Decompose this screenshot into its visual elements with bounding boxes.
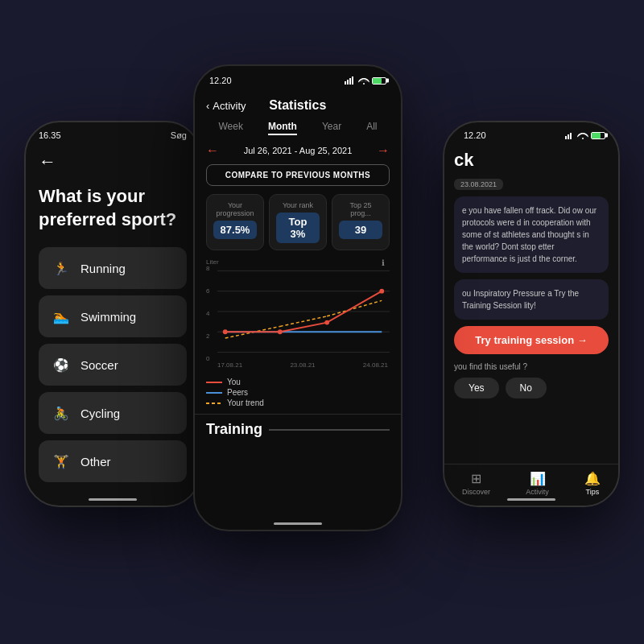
x-label-3: 24.08.21 [363, 361, 388, 369]
back-chevron-icon: ‹ [206, 100, 209, 112]
discover-icon: ⊞ [471, 471, 481, 486]
trend-line-icon [206, 402, 222, 404]
stat-rank: Your rank Top 3% [269, 194, 327, 250]
y-2: 2 [206, 332, 209, 340]
compare-button[interactable]: COMPARE TO PREVIOUS MONTHS [206, 164, 390, 186]
other-icon: 🏋️ [50, 450, 72, 473]
top25-label: Top 25 prog... [339, 201, 382, 217]
left-network: Søg [171, 130, 187, 140]
back-label: Activity [213, 100, 246, 112]
sport-soccer[interactable]: ⚽ Soccer [39, 344, 187, 386]
legend-you: You [206, 378, 390, 386]
center-phone: 12.20 ‹ Activity Statistics Week Month Y… [193, 64, 402, 531]
discover-label: Discover [462, 488, 490, 496]
signal-icons [345, 76, 386, 85]
useful-text: you find this useful ? [454, 362, 609, 371]
tab-year[interactable]: Year [322, 119, 341, 135]
training-label: Training [206, 421, 262, 438]
svg-rect-19 [568, 134, 569, 139]
sport-swimming[interactable]: 🏊 Swimming [39, 295, 187, 337]
legend-peers: Peers [206, 388, 390, 397]
you-label: You [227, 378, 241, 386]
tab-week[interactable]: Week [218, 119, 242, 135]
trend-label: Your trend [227, 398, 264, 407]
svg-rect-1 [347, 80, 349, 85]
home-indicator-center [274, 522, 322, 525]
right-phone: 12.20 ck 23.08.2021 e you have fallen of… [443, 121, 620, 507]
stat-progression: Your progression 87.5% [206, 194, 264, 250]
right-time: 12.20 [464, 130, 486, 140]
left-status-bar: 16.35 Søg [26, 122, 200, 143]
progression-label: Your progression [213, 201, 257, 217]
sport-running[interactable]: 🏃 Running [39, 247, 187, 289]
try-training-button[interactable]: Try training session → [454, 326, 609, 354]
message-2-text: ou Inspiratory Pressure a Try the Traini… [462, 289, 579, 310]
no-button[interactable]: No [506, 378, 547, 398]
progression-value: 87.5% [213, 221, 257, 239]
center-time: 12.20 [209, 76, 232, 85]
y-6: 6 [206, 287, 209, 295]
notch [270, 79, 326, 93]
top25-value: 39 [339, 221, 382, 239]
other-label: Other [80, 455, 111, 469]
training-bar: Training [195, 414, 401, 444]
yes-button[interactable]: Yes [454, 378, 499, 398]
cycling-label: Cycling [80, 407, 120, 420]
tab-month[interactable]: Month [268, 119, 297, 135]
sport-cycling[interactable]: 🚴 Cycling [39, 392, 187, 434]
svg-line-13 [327, 300, 382, 316]
prev-arrow-icon[interactable]: ← [206, 143, 219, 158]
rank-value: Top 3% [276, 213, 320, 243]
y-4: 4 [206, 310, 209, 317]
battery-icon [372, 77, 386, 85]
info-icon[interactable]: ℹ [382, 258, 385, 267]
x-label-1: 17.08.21 [217, 361, 242, 369]
peers-line-icon [206, 392, 222, 394]
statistics-title: Statistics [269, 98, 326, 113]
svg-rect-18 [565, 136, 567, 139]
home-indicator-right [507, 498, 555, 501]
swimming-label: Swimming [80, 310, 136, 324]
date-range: Jul 26, 2021 - Aug 25, 2021 [244, 146, 353, 155]
center-back-button[interactable]: ‹ Activity [206, 100, 246, 112]
activity-label: Activity [526, 488, 549, 496]
legend-trend: Your trend [206, 398, 390, 407]
x-label-2: 23.08.21 [290, 361, 315, 369]
you-line-icon [206, 382, 222, 383]
svg-point-17 [379, 289, 384, 294]
svg-point-14 [223, 329, 228, 334]
svg-line-12 [280, 316, 327, 327]
sport-other[interactable]: 🏋️ Other [39, 440, 187, 482]
chart-area: Liter ℹ 8 6 4 2 0 1 [206, 258, 390, 371]
next-arrow-icon[interactable]: → [377, 143, 390, 158]
nav-tips[interactable]: 🔔 Tips [584, 471, 601, 496]
right-battery-icon [591, 132, 605, 139]
sport-list: 🏃 Running 🏊 Swimming ⚽ Soccer 🚴 Cycling … [39, 247, 187, 482]
right-signal [565, 131, 605, 139]
message-card-2: ou Inspiratory Pressure a Try the Traini… [454, 279, 609, 320]
swimming-icon: 🏊 [50, 305, 72, 328]
soccer-icon: ⚽ [50, 353, 72, 376]
left-back-button[interactable]: ← [39, 151, 187, 172]
svg-point-4 [363, 83, 365, 85]
soccer-label: Soccer [80, 358, 118, 372]
chart-legend: You Peers Your trend [195, 374, 401, 407]
try-btn-label: Try training session → [475, 334, 587, 346]
svg-point-21 [582, 138, 584, 139]
nav-discover[interactable]: ⊞ Discover [462, 471, 490, 496]
svg-rect-0 [345, 81, 346, 85]
left-phone: 16.35 Søg ← What is your preferred sport… [24, 121, 201, 507]
left-time: 16.35 [39, 130, 61, 140]
center-header: ‹ Activity Statistics [195, 93, 401, 116]
nav-activity[interactable]: 📊 Activity [526, 471, 549, 496]
message-1-text: e you have fallen off track. Did ow our … [462, 206, 597, 263]
peers-label: Peers [227, 388, 248, 397]
y-8: 8 [206, 265, 209, 272]
running-label: Running [80, 262, 126, 275]
svg-rect-3 [352, 76, 353, 85]
home-indicator-left [89, 498, 137, 501]
svg-rect-20 [570, 133, 572, 139]
svg-point-15 [278, 329, 283, 334]
tips-icon: 🔔 [584, 471, 601, 486]
tab-all[interactable]: All [366, 119, 377, 135]
